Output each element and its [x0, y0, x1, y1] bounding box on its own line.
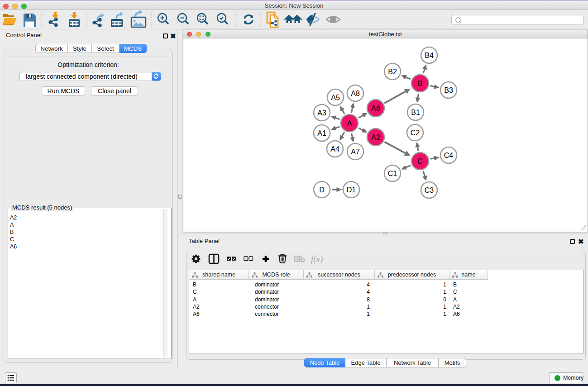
svg-text:C3: C3 [425, 186, 434, 194]
svg-text:f(x): f(x) [311, 254, 323, 264]
svg-text:A1: A1 [317, 129, 326, 137]
svg-text:B1: B1 [411, 109, 420, 116]
svg-text:A4: A4 [330, 145, 339, 153]
svg-text:C1: C1 [388, 170, 397, 177]
svg-text:A8: A8 [351, 90, 360, 97]
svg-text:A7: A7 [351, 148, 360, 156]
svg-text:B: B [418, 80, 423, 87]
svg-text:A3: A3 [317, 109, 326, 117]
svg-text:B2: B2 [388, 68, 397, 76]
svg-text:D1: D1 [347, 186, 356, 194]
svg-text:A: A [347, 119, 352, 127]
svg-text:A2: A2 [371, 133, 380, 141]
svg-text:C4: C4 [444, 152, 454, 159]
svg-text:D: D [319, 186, 325, 194]
svg-text:C: C [417, 157, 423, 165]
svg-text:C2: C2 [411, 129, 420, 137]
svg-text:A6: A6 [371, 105, 380, 112]
svg-text:B3: B3 [444, 86, 453, 94]
svg-text:B4: B4 [425, 52, 434, 59]
svg-text:A5: A5 [331, 94, 340, 101]
